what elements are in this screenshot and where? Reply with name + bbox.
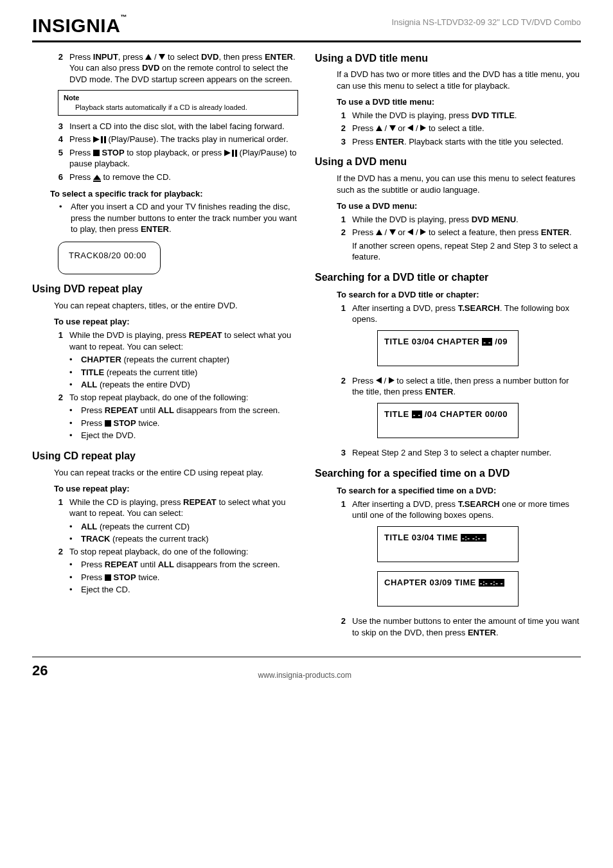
header: INSIGNIA™ Insignia NS-LTDVD32-09 32" LCD… <box>32 13 581 42</box>
time-display-box: TITLE 03/04 TIME -:- -:- - <box>377 526 519 562</box>
step-body: Insert a CD into the disc slot, with the… <box>69 121 298 132</box>
section-heading: Searching for a DVD title or chapter <box>315 270 581 285</box>
step-2: 2Press / or / to select a title. <box>337 123 581 134</box>
play-pause-icon <box>224 150 237 157</box>
stop-icon <box>105 574 111 581</box>
page: INSIGNIA™ Insignia NS-LTDVD32-09 32" LCD… <box>0 0 613 693</box>
sub-bullet: •TRACK (repeats the current track) <box>54 533 298 545</box>
sub-bullet: •Eject the CD. <box>54 584 298 596</box>
step-list: 2 Press INPUT, press / to select DVD, th… <box>32 51 298 183</box>
step-3: 3Press ENTER. Playback starts with the t… <box>337 136 581 148</box>
sub-bullet: •Press REPEAT until ALL disappears from … <box>54 405 298 416</box>
step-number: 2 <box>54 392 69 403</box>
sub-heading: To search for a specified time on a DVD: <box>337 485 581 497</box>
down-arrow-icon <box>159 54 165 60</box>
product-name: Insignia NS-LTDVD32-09 32" LCD TV/DVD Co… <box>391 13 581 28</box>
intro-text: If a DVD has two or more titles and the … <box>315 69 581 91</box>
step-list: 1After inserting a DVD, press T.SEARCH. … <box>315 303 581 325</box>
play-pause-icon <box>93 136 106 143</box>
step-list: 2Use the number buttons to enter the amo… <box>315 616 581 638</box>
step-list: 1After inserting a DVD, press T.SEARCH o… <box>315 499 581 521</box>
footer: 26 www.insignia-products.com <box>32 657 581 680</box>
eject-icon <box>93 175 101 180</box>
step-1: 1 While the CD is playing, press REPEAT … <box>54 497 298 519</box>
section-heading: Searching for a specified time on a DVD <box>315 466 581 481</box>
search-display-box: TITLE 03/04 CHAPTER - - /09 <box>377 330 519 366</box>
search-display-box: TITLE - - /04 CHAPTER 00/00 <box>377 403 519 439</box>
sub-bullet: •Press STOP twice. <box>54 418 298 429</box>
right-arrow-icon <box>420 125 426 131</box>
sub-bullet: •Eject the DVD. <box>54 430 298 441</box>
stop-icon <box>105 420 111 427</box>
step-3: 3 Insert a CD into the disc slot, with t… <box>54 121 298 132</box>
step-1: 1 While the DVD is playing, press REPEAT… <box>54 330 298 352</box>
step-number: 5 <box>54 147 69 170</box>
time-display-box: CHAPTER 03/09 TIME -:- -:- - <box>377 571 519 607</box>
step-5: 5 Press STOP to stop playback, or press … <box>54 147 298 170</box>
left-arrow-icon <box>376 377 382 384</box>
sub-heading: To use repeat play: <box>54 483 298 495</box>
step-number: 1 <box>54 497 69 519</box>
step-body: Press STOP to stop playback, or press (P… <box>69 147 298 170</box>
step-list: 1While the DVD is playing, press DVD TIT… <box>315 110 581 148</box>
right-column: Using a DVD title menu If a DVD has two … <box>315 51 581 641</box>
step-number: 3 <box>54 121 69 132</box>
step-6: 6 Press to remove the CD. <box>54 172 298 183</box>
up-arrow-icon <box>376 229 382 235</box>
sub-heading: To use repeat play: <box>54 316 298 328</box>
note-label: Note <box>64 94 79 102</box>
content-columns: 2 Press INPUT, press / to select DVD, th… <box>32 51 581 641</box>
sub-bullet: •Press STOP twice. <box>54 572 298 583</box>
page-number: 26 <box>32 661 48 680</box>
step-list: 2Press / to select a title, then press a… <box>315 375 581 398</box>
track-display-box: TRACK08/20 00:00 <box>58 242 161 275</box>
logo-text: INSIGNIA <box>32 15 120 36</box>
sub-bullet: •ALL (repeats the entire DVD) <box>54 379 298 391</box>
step-list: 1While the DVD is playing, press DVD MEN… <box>315 214 581 263</box>
left-column: 2 Press INPUT, press / to select DVD, th… <box>32 51 298 641</box>
step-2: 2Use the number buttons to enter the amo… <box>337 616 581 638</box>
up-arrow-icon <box>376 125 382 131</box>
step-body: Press INPUT, press / to select DVD, then… <box>69 51 298 85</box>
bullet-body: After you insert a CD and your TV finish… <box>71 201 298 235</box>
trademark: ™ <box>120 13 127 21</box>
step-3: 3Repeat Step 2 and Step 3 to select a ch… <box>337 447 581 459</box>
sub-bullet: •ALL (repeats the current CD) <box>54 521 298 533</box>
brand-logo: INSIGNIA™ <box>32 13 127 39</box>
sub-heading: To use a DVD menu: <box>337 200 581 212</box>
right-arrow-icon <box>420 229 426 235</box>
step-2: 2 To stop repeat playback, do one of the… <box>54 546 298 558</box>
bullet-block: • After you insert a CD and your TV fini… <box>32 201 298 235</box>
up-arrow-icon <box>145 54 152 60</box>
step-list: 1 While the CD is playing, press REPEAT … <box>32 497 298 596</box>
note-text: Playback starts automatically if a CD is… <box>64 103 292 112</box>
sub-bullet: •CHAPTER (repeats the current chapter) <box>54 354 298 366</box>
step-number: 1 <box>54 330 69 352</box>
step-body: To stop repeat playback, do one of the f… <box>69 392 298 403</box>
step-body: While the DVD is playing, press REPEAT t… <box>69 330 298 352</box>
step-number: 2 <box>54 546 69 558</box>
section-heading: Using DVD repeat play <box>32 282 298 296</box>
sub-bullet: •TITLE (repeats the current title) <box>54 367 298 378</box>
down-arrow-icon <box>389 229 396 235</box>
intro-text: If the DVD has a menu, you can use this … <box>315 173 581 195</box>
step-2-cont: If another screen opens, repeat Step 2 a… <box>337 240 581 263</box>
stop-icon <box>93 150 100 156</box>
step-1: 1After inserting a DVD, press T.SEARCH o… <box>337 499 581 521</box>
step-2: 2Press / to select a title, then press a… <box>337 375 581 398</box>
step-1: 1After inserting a DVD, press T.SEARCH. … <box>337 303 581 325</box>
step-body: While the CD is playing, press REPEAT to… <box>69 497 298 519</box>
step-number: 4 <box>54 134 69 145</box>
step-2: 2 To stop repeat playback, do one of the… <box>54 392 298 403</box>
sub-heading: To use a DVD title menu: <box>337 96 581 108</box>
step-list: 1 While the DVD is playing, press REPEAT… <box>32 330 298 441</box>
step-1: 1While the DVD is playing, press DVD MEN… <box>337 214 581 226</box>
step-4: 4 Press (Play/Pause). The tracks play in… <box>54 134 298 145</box>
bullet: • After you insert a CD and your TV fini… <box>54 201 298 235</box>
step-2: 2Press / or / to select a feature, then … <box>337 227 581 238</box>
intro-text: You can repeat tracks or the entire CD u… <box>32 467 298 479</box>
step-body: Press to remove the CD. <box>69 172 298 183</box>
step-2: 2 Press INPUT, press / to select DVD, th… <box>54 51 298 85</box>
sub-heading: To select a specific track for playback: <box>50 188 298 200</box>
step-body: Press (Play/Pause). The tracks play in n… <box>69 134 298 145</box>
